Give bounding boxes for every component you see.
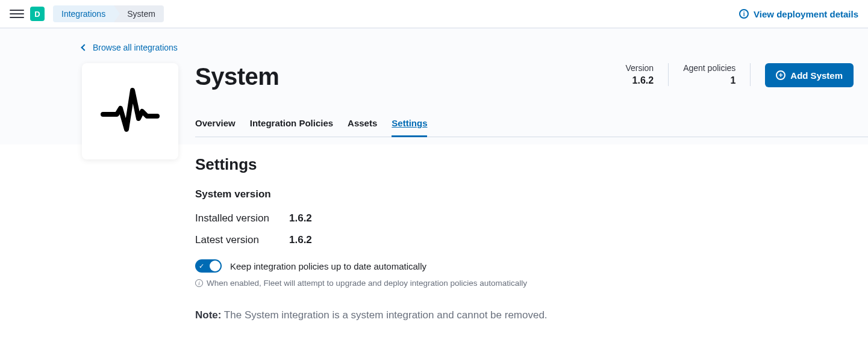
note-text: The System integration is a system integ… bbox=[221, 309, 547, 321]
info-icon: i bbox=[195, 279, 203, 287]
view-deployment-details-link[interactable]: i View deployment details bbox=[739, 9, 858, 19]
integration-icon-card bbox=[82, 63, 178, 159]
breadcrumb-link-integrations[interactable]: Integrations bbox=[53, 5, 114, 22]
top-bar: D Integrations System i View deployment … bbox=[0, 0, 868, 28]
info-icon: i bbox=[739, 9, 749, 19]
removal-note: Note: The System integration is a system… bbox=[195, 309, 854, 321]
latest-version-label: Latest version bbox=[195, 234, 289, 246]
breadcrumb-current: System bbox=[114, 5, 164, 22]
installed-version-value: 1.6.2 bbox=[289, 212, 312, 224]
page-content: Browse all integrations System Version 1… bbox=[0, 28, 868, 321]
latest-version-value: 1.6.2 bbox=[289, 234, 312, 246]
auto-update-help-text: When enabled, Fleet will attempt to upgr… bbox=[207, 279, 527, 288]
stat-policies-label: Agent policies bbox=[683, 63, 735, 73]
toggle-knob bbox=[210, 261, 220, 271]
add-button-label: Add System bbox=[790, 70, 843, 81]
integration-header: System Version 1.6.2 Agent policies 1 + … bbox=[0, 63, 868, 90]
space-avatar[interactable]: D bbox=[30, 7, 45, 21]
stat-version-label: Version bbox=[625, 63, 654, 73]
auto-update-toggle-row: ✓ Keep integration policies up to date a… bbox=[195, 259, 854, 273]
stat-version-value: 1.6.2 bbox=[625, 75, 654, 86]
tab-overview[interactable]: Overview bbox=[195, 118, 236, 137]
heartbeat-pulse-icon bbox=[100, 81, 160, 141]
stat-version: Version 1.6.2 bbox=[611, 63, 669, 86]
stat-agent-policies: Agent policies 1 bbox=[669, 63, 751, 86]
breadcrumb-current-label: System bbox=[127, 9, 155, 19]
auto-update-help: i When enabled, Fleet will attempt to up… bbox=[195, 279, 854, 288]
installed-version-label: Installed version bbox=[195, 212, 289, 224]
tab-settings[interactable]: Settings bbox=[392, 118, 427, 137]
system-version-heading: System version bbox=[195, 188, 854, 200]
stat-policies-value: 1 bbox=[683, 75, 735, 86]
breadcrumb: Integrations System bbox=[53, 5, 164, 22]
note-label: Note: bbox=[195, 309, 221, 321]
avatar-letter: D bbox=[34, 10, 40, 19]
hamburger-menu-icon[interactable] bbox=[10, 7, 24, 21]
tab-assets[interactable]: Assets bbox=[348, 118, 377, 137]
installed-version-row: Installed version 1.6.2 bbox=[195, 212, 854, 224]
plus-circle-icon: + bbox=[776, 70, 785, 80]
auto-update-toggle-label: Keep integration policies up to date aut… bbox=[230, 261, 426, 271]
back-link[interactable]: Browse all integrations bbox=[0, 43, 868, 52]
chevron-left-icon bbox=[81, 44, 87, 51]
breadcrumb-link-label: Integrations bbox=[61, 9, 105, 19]
back-link-label: Browse all integrations bbox=[93, 43, 178, 52]
title-row: System Version 1.6.2 Agent policies 1 + … bbox=[195, 63, 854, 90]
settings-panel: Settings System version Installed versio… bbox=[195, 137, 868, 321]
stats-group: Version 1.6.2 Agent policies 1 bbox=[611, 63, 751, 86]
latest-version-row: Latest version 1.6.2 bbox=[195, 234, 854, 246]
auto-update-toggle[interactable]: ✓ bbox=[195, 259, 222, 273]
page-title: System bbox=[195, 63, 279, 90]
tabs: Overview Integration Policies Assets Set… bbox=[195, 118, 868, 137]
settings-heading: Settings bbox=[195, 155, 854, 174]
add-system-button[interactable]: + Add System bbox=[765, 63, 854, 87]
tab-integration-policies[interactable]: Integration Policies bbox=[250, 118, 333, 137]
deployment-details-label: View deployment details bbox=[754, 9, 858, 19]
check-icon: ✓ bbox=[199, 262, 204, 270]
